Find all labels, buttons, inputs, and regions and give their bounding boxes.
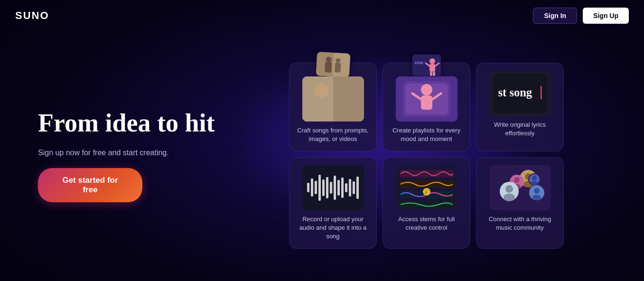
card-audio: Record or upload your audio and shape it… (289, 157, 377, 249)
headline: From idea to hit (38, 109, 218, 137)
craft-songs-image (316, 52, 350, 77)
stems-card-img: ♪ (396, 165, 457, 210)
svg-point-58 (534, 188, 540, 194)
card-playlists: EDM (383, 63, 470, 151)
audio-card-img (302, 165, 364, 210)
playlists-floating: EDM (412, 55, 441, 76)
svg-point-64 (505, 185, 513, 193)
subtitle: Sign up now for free and start creating. (38, 147, 218, 159)
card-community: Connect with a thriving music community (476, 157, 564, 249)
svg-text:EDM: EDM (415, 61, 423, 65)
svg-text:♪: ♪ (425, 189, 427, 195)
svg-point-67 (532, 176, 537, 180)
craft-songs-text: Craft songs from prompts, images, or vid… (297, 126, 369, 143)
stems-text: Access stems for full creative control (391, 215, 462, 232)
svg-rect-7 (302, 76, 333, 122)
svg-rect-40 (337, 180, 340, 196)
svg-rect-44 (353, 181, 355, 194)
svg-point-61 (514, 177, 520, 183)
svg-rect-36 (322, 179, 325, 196)
craft-songs-card-img (302, 76, 364, 122)
signup-button[interactable]: Sign Up (583, 8, 629, 24)
svg-text:st song: st song (498, 86, 532, 99)
playlists-card-img (396, 76, 457, 122)
svg-rect-30 (540, 86, 541, 99)
cta-button[interactable]: Get started for free (38, 168, 142, 202)
svg-rect-19 (430, 72, 432, 76)
svg-rect-25 (421, 95, 432, 110)
svg-rect-8 (302, 100, 364, 122)
svg-rect-32 (307, 183, 309, 192)
svg-rect-41 (341, 178, 344, 198)
card-lyrics: st song Write original lyrics effortless… (476, 63, 564, 151)
craft-songs-photo (316, 52, 350, 77)
signin-button[interactable]: Sign In (533, 8, 577, 24)
svg-rect-47 (400, 170, 454, 178)
logo: SUNO (15, 9, 49, 22)
svg-point-68 (531, 181, 538, 186)
feature-grid: Craft songs from prompts, images, or vid… (247, 63, 606, 249)
svg-rect-38 (330, 182, 332, 194)
cards-row-1: Craft songs from prompts, images, or vid… (247, 63, 606, 151)
lyrics-card-img: st song (489, 71, 551, 116)
svg-rect-20 (433, 72, 435, 76)
svg-rect-33 (311, 178, 313, 197)
svg-rect-42 (345, 183, 347, 192)
svg-point-15 (429, 58, 435, 64)
svg-rect-50 (400, 201, 454, 208)
svg-rect-48 (400, 180, 454, 188)
community-card-img (489, 165, 551, 210)
lyrics-text: Write original lyrics effortlessly (484, 121, 556, 138)
svg-rect-39 (334, 176, 336, 200)
card-craft-songs: Craft songs from prompts, images, or vid… (289, 63, 377, 151)
svg-rect-5 (335, 63, 341, 73)
svg-point-9 (314, 86, 321, 93)
svg-rect-6 (302, 76, 364, 122)
svg-rect-45 (356, 177, 359, 199)
main-content: From idea to hit Sign up now for free an… (0, 31, 644, 280)
hero-left: From idea to hit Sign up now for free an… (38, 109, 218, 202)
header: SUNO Sign In Sign Up (0, 0, 644, 31)
svg-rect-37 (326, 177, 328, 198)
cards-row-2: Record or upload your audio and shape it… (247, 157, 606, 249)
svg-rect-16 (429, 64, 435, 72)
svg-rect-10 (314, 93, 321, 106)
svg-point-65 (504, 194, 515, 201)
community-text: Connect with a thriving music community (484, 215, 556, 232)
svg-rect-35 (318, 175, 321, 201)
svg-rect-12 (342, 94, 348, 105)
svg-point-59 (532, 195, 541, 200)
svg-point-24 (421, 84, 432, 95)
audio-text: Record or upload your audio and shape it… (297, 215, 369, 241)
svg-rect-43 (349, 179, 351, 197)
svg-rect-3 (325, 62, 332, 73)
header-buttons: Sign In Sign Up (533, 8, 629, 24)
playlists-text: Create playlists for every mood and mome… (391, 126, 462, 143)
card-stems: ♪ Access stems for full creative control (383, 157, 470, 249)
svg-rect-34 (315, 181, 317, 194)
svg-point-11 (342, 88, 348, 94)
